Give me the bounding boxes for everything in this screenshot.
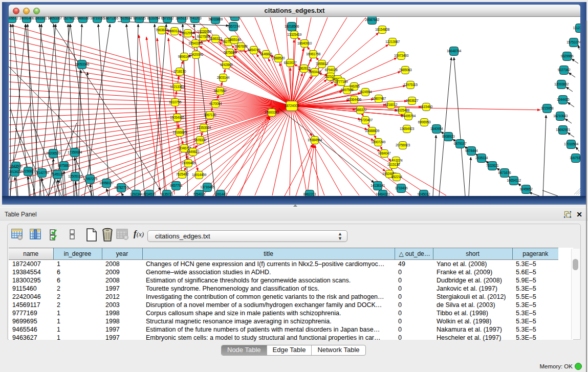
svg-text:2935114: 2935114 [475, 156, 488, 160]
svg-text:16033809: 16033809 [208, 17, 223, 21]
svg-text:8234510: 8234510 [143, 192, 156, 196]
svg-text:15751074: 15751074 [567, 40, 580, 44]
svg-text:6990448: 6990448 [309, 70, 321, 74]
svg-text:10654112: 10654112 [507, 179, 521, 182]
svg-text:9975887: 9975887 [58, 164, 71, 167]
svg-text:14914459: 14914459 [192, 173, 206, 177]
svg-text:7254021: 7254021 [193, 192, 206, 196]
svg-text:8131054: 8131054 [147, 17, 160, 20]
svg-text:2718170: 2718170 [173, 70, 186, 73]
svg-text:8462203: 8462203 [303, 192, 316, 196]
svg-text:19054985: 19054985 [170, 116, 184, 119]
svg-text:18907249: 18907249 [371, 140, 385, 144]
svg-text:3267130: 3267130 [204, 113, 216, 117]
svg-text:1091447: 1091447 [214, 192, 227, 196]
svg-text:7663822: 7663822 [156, 28, 168, 32]
svg-text:15692921: 15692921 [556, 128, 570, 132]
svg-text:12093832: 12093832 [554, 82, 569, 86]
svg-text:8454749: 8454749 [248, 48, 260, 52]
svg-text:10464322: 10464322 [376, 192, 390, 196]
svg-text:12213383: 12213383 [170, 85, 184, 89]
svg-text:3624554: 3624554 [359, 90, 372, 94]
svg-text:19099485: 19099485 [181, 161, 195, 165]
svg-text:9896144: 9896144 [178, 55, 191, 58]
svg-text:23420046: 23420046 [189, 53, 203, 56]
svg-text:6497508: 6497508 [341, 88, 354, 92]
svg-text:4170064: 4170064 [209, 102, 222, 105]
svg-text:18724007: 18724007 [285, 104, 299, 107]
svg-text:5578332: 5578332 [194, 138, 207, 142]
svg-text:9245012: 9245012 [418, 192, 430, 196]
svg-text:9203225: 9203225 [133, 17, 146, 20]
svg-text:20587642: 20587642 [365, 18, 379, 21]
svg-text:10807487: 10807487 [372, 97, 386, 100]
svg-text:20756923: 20756923 [396, 143, 410, 147]
svg-text:10719155: 10719155 [90, 17, 104, 20]
svg-text:6996953: 6996953 [418, 120, 431, 124]
svg-text:7632621: 7632621 [486, 164, 499, 167]
svg-text:1588520: 1588520 [272, 56, 285, 60]
svg-text:6794028: 6794028 [325, 68, 338, 72]
svg-text:852214: 852214 [391, 175, 402, 179]
svg-text:9457791: 9457791 [170, 184, 183, 187]
svg-text:10973493: 10973493 [394, 54, 408, 57]
svg-text:5875685: 5875685 [224, 51, 236, 54]
svg-text:6216012: 6216012 [385, 103, 398, 106]
svg-text:9245652: 9245652 [520, 187, 533, 191]
svg-text:9777169: 9777169 [335, 80, 348, 83]
svg-text:6571522: 6571522 [161, 17, 174, 20]
svg-text:17957225: 17957225 [83, 177, 97, 181]
svg-text:15720407: 15720407 [358, 118, 373, 122]
svg-text:7357274: 7357274 [227, 25, 240, 28]
svg-text:6479197: 6479197 [454, 142, 467, 145]
svg-text:13654923: 13654923 [400, 127, 414, 130]
svg-text:17359924: 17359924 [68, 150, 82, 154]
svg-text:1362615: 1362615 [298, 67, 311, 70]
svg-text:14495794: 14495794 [401, 114, 416, 118]
svg-text:12213987: 12213987 [385, 40, 400, 43]
svg-text:9084047: 9084047 [378, 151, 391, 155]
svg-text:2967608: 2967608 [235, 45, 248, 48]
svg-text:12156827: 12156827 [21, 169, 35, 173]
svg-text:8471676: 8471676 [498, 171, 511, 174]
svg-text:15900243: 15900243 [265, 111, 279, 114]
svg-text:5465146: 5465146 [228, 38, 241, 41]
svg-text:18640910: 18640910 [297, 41, 312, 45]
svg-text:1733416: 1733416 [395, 186, 408, 190]
svg-text:12505195: 12505195 [68, 174, 82, 178]
svg-text:1905133: 1905133 [176, 17, 188, 20]
svg-text:8938923: 8938923 [442, 135, 455, 138]
svg-text:9242848: 9242848 [220, 63, 233, 67]
svg-text:10653267: 10653267 [48, 17, 62, 20]
svg-text:1145133: 1145133 [51, 172, 63, 176]
svg-text:2405572: 2405572 [9, 17, 18, 20]
svg-text:10958137: 10958137 [99, 181, 114, 185]
svg-text:1615132: 1615132 [387, 163, 400, 166]
svg-text:1063301: 1063301 [34, 17, 47, 20]
svg-text:12975115: 12975115 [403, 83, 418, 86]
svg-text:20364436: 20364436 [347, 98, 361, 101]
svg-text:9474444: 9474444 [465, 149, 478, 152]
svg-text:12142757: 12142757 [35, 171, 49, 174]
svg-text:14138141: 14138141 [371, 184, 385, 187]
svg-text:10025488: 10025488 [395, 108, 409, 112]
svg-text:9146821: 9146821 [260, 52, 273, 56]
svg-text:17016504: 17016504 [564, 142, 578, 146]
svg-text:19218506: 19218506 [285, 25, 299, 28]
svg-text:20206520: 20206520 [46, 151, 60, 155]
svg-text:1292344: 1292344 [130, 192, 143, 196]
svg-text:9329966: 9329966 [561, 54, 574, 58]
svg-text:19384554: 19384554 [308, 138, 322, 142]
svg-text:8660124: 8660124 [168, 29, 181, 33]
svg-text:2803144: 2803144 [217, 76, 230, 79]
svg-text:7955812: 7955812 [316, 62, 329, 65]
svg-text:1167531: 1167531 [570, 156, 580, 160]
svg-text:3449822: 3449822 [187, 150, 200, 154]
svg-text:9115460: 9115460 [420, 105, 432, 108]
svg-text:6322037: 6322037 [284, 61, 297, 64]
svg-text:9227342: 9227342 [558, 68, 571, 72]
svg-text:8186323: 8186323 [209, 37, 222, 40]
svg-text:13716485: 13716485 [200, 185, 214, 189]
svg-text:1810755: 1810755 [169, 100, 182, 104]
svg-text:6466160: 6466160 [77, 17, 90, 20]
